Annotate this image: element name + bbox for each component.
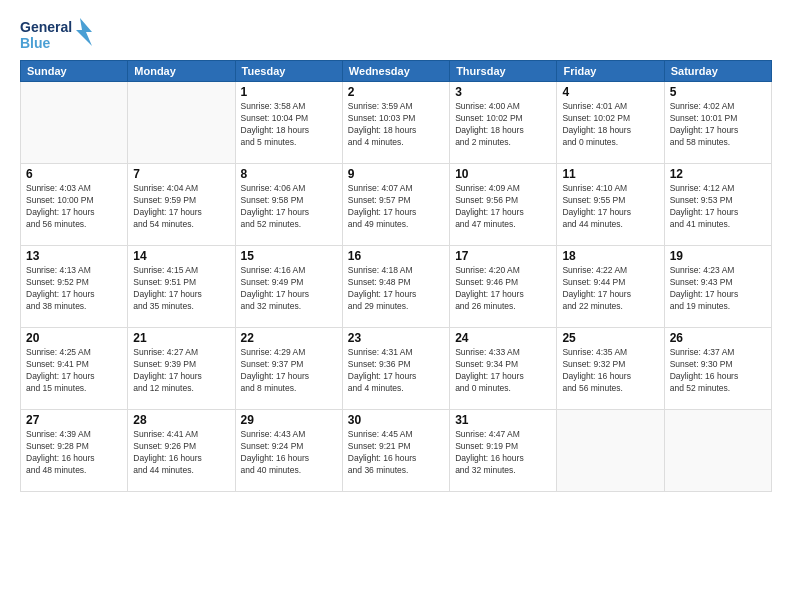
day-info: Sunrise: 4:43 AM Sunset: 9:24 PM Dayligh…	[241, 429, 337, 477]
day-number: 1	[241, 85, 337, 99]
day-info: Sunrise: 4:25 AM Sunset: 9:41 PM Dayligh…	[26, 347, 122, 395]
day-number: 3	[455, 85, 551, 99]
calendar-day-header: Saturday	[664, 61, 771, 82]
day-number: 6	[26, 167, 122, 181]
day-number: 23	[348, 331, 444, 345]
day-number: 9	[348, 167, 444, 181]
day-number: 7	[133, 167, 229, 181]
calendar-cell: 1Sunrise: 3:58 AM Sunset: 10:04 PM Dayli…	[235, 82, 342, 164]
day-info: Sunrise: 4:03 AM Sunset: 10:00 PM Daylig…	[26, 183, 122, 231]
logo-icon: GeneralBlue	[20, 16, 100, 52]
calendar-cell	[21, 82, 128, 164]
calendar-cell: 10Sunrise: 4:09 AM Sunset: 9:56 PM Dayli…	[450, 164, 557, 246]
calendar-cell: 17Sunrise: 4:20 AM Sunset: 9:46 PM Dayli…	[450, 246, 557, 328]
calendar-week-row: 1Sunrise: 3:58 AM Sunset: 10:04 PM Dayli…	[21, 82, 772, 164]
calendar-day-header: Thursday	[450, 61, 557, 82]
header: GeneralBlue	[20, 16, 772, 52]
day-number: 13	[26, 249, 122, 263]
day-info: Sunrise: 4:06 AM Sunset: 9:58 PM Dayligh…	[241, 183, 337, 231]
calendar-cell: 6Sunrise: 4:03 AM Sunset: 10:00 PM Dayli…	[21, 164, 128, 246]
calendar-week-row: 13Sunrise: 4:13 AM Sunset: 9:52 PM Dayli…	[21, 246, 772, 328]
calendar-week-row: 20Sunrise: 4:25 AM Sunset: 9:41 PM Dayli…	[21, 328, 772, 410]
day-info: Sunrise: 4:20 AM Sunset: 9:46 PM Dayligh…	[455, 265, 551, 313]
day-number: 20	[26, 331, 122, 345]
logo: GeneralBlue	[20, 16, 100, 52]
calendar-day-header: Wednesday	[342, 61, 449, 82]
day-info: Sunrise: 4:23 AM Sunset: 9:43 PM Dayligh…	[670, 265, 766, 313]
calendar-day-header: Friday	[557, 61, 664, 82]
svg-text:Blue: Blue	[20, 35, 51, 51]
calendar-table: SundayMondayTuesdayWednesdayThursdayFrid…	[20, 60, 772, 492]
calendar-cell: 16Sunrise: 4:18 AM Sunset: 9:48 PM Dayli…	[342, 246, 449, 328]
svg-marker-2	[76, 18, 92, 46]
day-number: 25	[562, 331, 658, 345]
calendar-day-header: Sunday	[21, 61, 128, 82]
calendar-cell: 28Sunrise: 4:41 AM Sunset: 9:26 PM Dayli…	[128, 410, 235, 492]
day-info: Sunrise: 4:16 AM Sunset: 9:49 PM Dayligh…	[241, 265, 337, 313]
calendar-cell: 18Sunrise: 4:22 AM Sunset: 9:44 PM Dayli…	[557, 246, 664, 328]
day-info: Sunrise: 4:35 AM Sunset: 9:32 PM Dayligh…	[562, 347, 658, 395]
day-number: 10	[455, 167, 551, 181]
day-info: Sunrise: 4:37 AM Sunset: 9:30 PM Dayligh…	[670, 347, 766, 395]
calendar-cell: 23Sunrise: 4:31 AM Sunset: 9:36 PM Dayli…	[342, 328, 449, 410]
calendar-cell	[128, 82, 235, 164]
day-number: 31	[455, 413, 551, 427]
day-info: Sunrise: 4:04 AM Sunset: 9:59 PM Dayligh…	[133, 183, 229, 231]
day-info: Sunrise: 4:09 AM Sunset: 9:56 PM Dayligh…	[455, 183, 551, 231]
calendar-cell: 7Sunrise: 4:04 AM Sunset: 9:59 PM Daylig…	[128, 164, 235, 246]
day-info: Sunrise: 4:12 AM Sunset: 9:53 PM Dayligh…	[670, 183, 766, 231]
calendar-cell: 31Sunrise: 4:47 AM Sunset: 9:19 PM Dayli…	[450, 410, 557, 492]
calendar-cell: 11Sunrise: 4:10 AM Sunset: 9:55 PM Dayli…	[557, 164, 664, 246]
day-info: Sunrise: 3:58 AM Sunset: 10:04 PM Daylig…	[241, 101, 337, 149]
day-info: Sunrise: 4:00 AM Sunset: 10:02 PM Daylig…	[455, 101, 551, 149]
day-info: Sunrise: 4:07 AM Sunset: 9:57 PM Dayligh…	[348, 183, 444, 231]
day-number: 26	[670, 331, 766, 345]
calendar-cell: 14Sunrise: 4:15 AM Sunset: 9:51 PM Dayli…	[128, 246, 235, 328]
calendar-week-row: 6Sunrise: 4:03 AM Sunset: 10:00 PM Dayli…	[21, 164, 772, 246]
day-info: Sunrise: 4:41 AM Sunset: 9:26 PM Dayligh…	[133, 429, 229, 477]
day-number: 2	[348, 85, 444, 99]
day-info: Sunrise: 4:45 AM Sunset: 9:21 PM Dayligh…	[348, 429, 444, 477]
calendar-cell: 8Sunrise: 4:06 AM Sunset: 9:58 PM Daylig…	[235, 164, 342, 246]
calendar-week-row: 27Sunrise: 4:39 AM Sunset: 9:28 PM Dayli…	[21, 410, 772, 492]
calendar-cell: 30Sunrise: 4:45 AM Sunset: 9:21 PM Dayli…	[342, 410, 449, 492]
day-number: 16	[348, 249, 444, 263]
day-info: Sunrise: 3:59 AM Sunset: 10:03 PM Daylig…	[348, 101, 444, 149]
day-info: Sunrise: 4:13 AM Sunset: 9:52 PM Dayligh…	[26, 265, 122, 313]
day-info: Sunrise: 4:02 AM Sunset: 10:01 PM Daylig…	[670, 101, 766, 149]
calendar-day-header: Monday	[128, 61, 235, 82]
day-info: Sunrise: 4:10 AM Sunset: 9:55 PM Dayligh…	[562, 183, 658, 231]
day-number: 24	[455, 331, 551, 345]
calendar-cell: 26Sunrise: 4:37 AM Sunset: 9:30 PM Dayli…	[664, 328, 771, 410]
day-number: 22	[241, 331, 337, 345]
calendar-cell: 25Sunrise: 4:35 AM Sunset: 9:32 PM Dayli…	[557, 328, 664, 410]
calendar-cell: 4Sunrise: 4:01 AM Sunset: 10:02 PM Dayli…	[557, 82, 664, 164]
day-number: 27	[26, 413, 122, 427]
calendar-cell	[557, 410, 664, 492]
calendar-day-header: Tuesday	[235, 61, 342, 82]
day-number: 14	[133, 249, 229, 263]
calendar-cell: 29Sunrise: 4:43 AM Sunset: 9:24 PM Dayli…	[235, 410, 342, 492]
day-number: 8	[241, 167, 337, 181]
day-number: 29	[241, 413, 337, 427]
calendar-cell: 15Sunrise: 4:16 AM Sunset: 9:49 PM Dayli…	[235, 246, 342, 328]
calendar-cell: 21Sunrise: 4:27 AM Sunset: 9:39 PM Dayli…	[128, 328, 235, 410]
calendar-cell: 3Sunrise: 4:00 AM Sunset: 10:02 PM Dayli…	[450, 82, 557, 164]
day-number: 18	[562, 249, 658, 263]
calendar-cell: 20Sunrise: 4:25 AM Sunset: 9:41 PM Dayli…	[21, 328, 128, 410]
calendar-cell: 22Sunrise: 4:29 AM Sunset: 9:37 PM Dayli…	[235, 328, 342, 410]
day-info: Sunrise: 4:01 AM Sunset: 10:02 PM Daylig…	[562, 101, 658, 149]
calendar-cell: 19Sunrise: 4:23 AM Sunset: 9:43 PM Dayli…	[664, 246, 771, 328]
calendar-cell: 24Sunrise: 4:33 AM Sunset: 9:34 PM Dayli…	[450, 328, 557, 410]
calendar-cell: 9Sunrise: 4:07 AM Sunset: 9:57 PM Daylig…	[342, 164, 449, 246]
day-info: Sunrise: 4:27 AM Sunset: 9:39 PM Dayligh…	[133, 347, 229, 395]
day-number: 17	[455, 249, 551, 263]
day-info: Sunrise: 4:33 AM Sunset: 9:34 PM Dayligh…	[455, 347, 551, 395]
calendar-cell: 13Sunrise: 4:13 AM Sunset: 9:52 PM Dayli…	[21, 246, 128, 328]
day-number: 5	[670, 85, 766, 99]
calendar-cell: 12Sunrise: 4:12 AM Sunset: 9:53 PM Dayli…	[664, 164, 771, 246]
page: GeneralBlue SundayMondayTuesdayWednesday…	[0, 0, 792, 612]
day-number: 30	[348, 413, 444, 427]
calendar-cell	[664, 410, 771, 492]
day-info: Sunrise: 4:39 AM Sunset: 9:28 PM Dayligh…	[26, 429, 122, 477]
